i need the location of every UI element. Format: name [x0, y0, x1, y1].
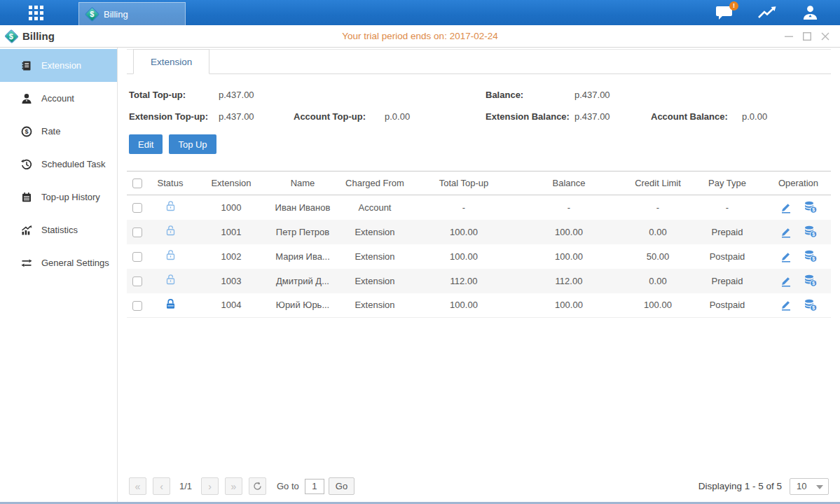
- cell-credit-limit: 50.00: [627, 244, 689, 269]
- page-size-select[interactable]: 10: [790, 478, 829, 495]
- cell-credit-limit: -: [627, 195, 689, 220]
- col-extension: Extension: [190, 172, 273, 195]
- row-checkbox[interactable]: [132, 203, 142, 213]
- sidebar-item-label: Extension: [41, 60, 81, 71]
- cell-extension: 1002: [190, 244, 273, 269]
- top-up-row-icon[interactable]: $: [804, 225, 818, 238]
- app-tab-billing[interactable]: $ Billing: [78, 2, 186, 25]
- tab-strip: Extension: [127, 49, 831, 74]
- cell-pay-type: Postpaid: [689, 293, 766, 318]
- go-button[interactable]: Go: [329, 477, 354, 495]
- app-tab-label: Billing: [104, 9, 128, 20]
- top-up-row-icon[interactable]: $: [804, 299, 818, 312]
- cell-credit-limit: 0.00: [627, 220, 689, 244]
- stats-chart-icon: [21, 225, 32, 236]
- topbar: $ Billing !: [0, 0, 840, 25]
- person-icon: [21, 93, 32, 104]
- billing-title-icon: $: [4, 29, 19, 43]
- row-checkbox[interactable]: [132, 227, 142, 237]
- table-row: 1004 Юрий Юрь... Extension 100.00 100.00…: [127, 293, 831, 318]
- cell-name: Петр Петров: [273, 220, 333, 244]
- sidebar-item-rate[interactable]: $ Rate: [0, 115, 117, 148]
- cell-pay-type: Prepaid: [689, 269, 766, 293]
- extension-balance-value: p.437.00: [574, 111, 651, 122]
- col-operation: Operation: [766, 172, 831, 195]
- account-topup-label: Account Top-up:: [294, 111, 385, 122]
- tab-extension[interactable]: Extension: [133, 49, 209, 74]
- page-size-value: 10: [797, 481, 806, 491]
- cell-name: Иван Иванов: [273, 195, 333, 220]
- account-balance-value: p.0.00: [742, 111, 767, 122]
- edit-row-icon[interactable]: [780, 226, 792, 238]
- close-icon[interactable]: [820, 31, 830, 41]
- messages-icon[interactable]: !: [715, 5, 734, 21]
- sidebar-item-statistics[interactable]: Statistics: [0, 214, 117, 246]
- top-up-button[interactable]: Top Up: [169, 134, 216, 154]
- user-account-icon[interactable]: [801, 4, 819, 22]
- maximize-icon[interactable]: [802, 31, 812, 41]
- col-balance: Balance: [511, 172, 627, 195]
- col-total-topup: Total Top-up: [417, 172, 511, 195]
- edit-row-icon[interactable]: [780, 299, 792, 311]
- total-topup-value: p.437.00: [219, 90, 254, 100]
- sidebar-item-general-settings[interactable]: General Settings: [0, 246, 117, 279]
- cell-charged-from: Extension: [333, 293, 417, 318]
- table-row: 1000 Иван Иванов Account - - - - $: [127, 195, 831, 220]
- cell-total-topup: 112.00: [417, 269, 511, 293]
- top-up-row-icon[interactable]: $: [804, 201, 818, 214]
- edit-row-icon[interactable]: [780, 202, 792, 214]
- window-body: Extension Account $ Rate Scheduled Task …: [0, 48, 840, 502]
- prev-page-button[interactable]: ‹: [153, 477, 170, 495]
- first-page-button[interactable]: «: [129, 477, 146, 495]
- minimize-icon[interactable]: [784, 31, 794, 41]
- select-all-checkbox[interactable]: [132, 178, 142, 188]
- billing-summary: Total Top-up: p.437.00 Balance: p.437.00…: [129, 84, 829, 127]
- cell-pay-type: -: [689, 195, 766, 220]
- next-page-button[interactable]: ›: [201, 477, 219, 495]
- locked-icon: [165, 298, 177, 310]
- apps-grid-icon[interactable]: [17, 0, 55, 25]
- sidebar-item-label: Statistics: [41, 225, 78, 235]
- window-controls: [784, 31, 830, 41]
- sidebar-item-account[interactable]: Account: [0, 82, 117, 115]
- dollar-circle-icon: $: [21, 126, 32, 137]
- billing-window: $ Billing !: [0, 0, 840, 504]
- action-buttons: Edit Top Up: [129, 134, 829, 154]
- col-name: Name: [273, 172, 333, 195]
- edit-row-icon[interactable]: [780, 275, 792, 287]
- svg-text:$: $: [812, 207, 815, 213]
- top-up-row-icon[interactable]: $: [804, 274, 818, 287]
- pagination-bar: « ‹ 1/1 › » Go to Go Displaying 1 - 5 of…: [129, 477, 829, 495]
- unlocked-icon: [165, 200, 177, 212]
- cell-total-topup: -: [417, 195, 511, 220]
- svg-text:$: $: [812, 232, 815, 237]
- extensions-table: Status Extension Name Charged From Total…: [127, 171, 831, 318]
- history-clock-icon: [21, 159, 32, 170]
- last-page-button[interactable]: »: [225, 477, 242, 495]
- total-topup-label: Total Top-up:: [129, 90, 219, 100]
- table-row: 1002 Мария Ива... Extension 100.00 100.0…: [127, 244, 831, 269]
- row-checkbox[interactable]: [132, 252, 142, 262]
- edit-row-icon[interactable]: [780, 251, 792, 262]
- goto-page-input[interactable]: [305, 479, 324, 494]
- row-checkbox[interactable]: [132, 276, 142, 286]
- sidebar-item-scheduled-task[interactable]: Scheduled Task: [0, 148, 117, 181]
- svg-text:$: $: [812, 305, 815, 311]
- notepad-icon: [21, 192, 32, 203]
- edit-button[interactable]: Edit: [129, 134, 163, 154]
- sidebar-item-extension[interactable]: Extension: [0, 49, 117, 82]
- refresh-button[interactable]: [249, 477, 266, 495]
- row-checkbox[interactable]: [132, 301, 142, 311]
- cell-balance: 112.00: [511, 269, 627, 293]
- cell-credit-limit: 0.00: [627, 269, 689, 293]
- col-credit-limit: Credit Limit: [627, 172, 689, 195]
- extension-balance-label: Extension Balance:: [486, 111, 574, 122]
- monitor-chart-icon[interactable]: [757, 5, 778, 20]
- sidebar-item-topup-history[interactable]: Top-up History: [0, 181, 117, 214]
- topbar-icons: !: [715, 0, 819, 25]
- svg-text:$: $: [812, 256, 815, 262]
- top-up-row-icon[interactable]: $: [804, 250, 818, 262]
- notification-badge: !: [729, 1, 738, 10]
- ledger-icon: [21, 60, 32, 71]
- svg-text:$: $: [812, 281, 815, 286]
